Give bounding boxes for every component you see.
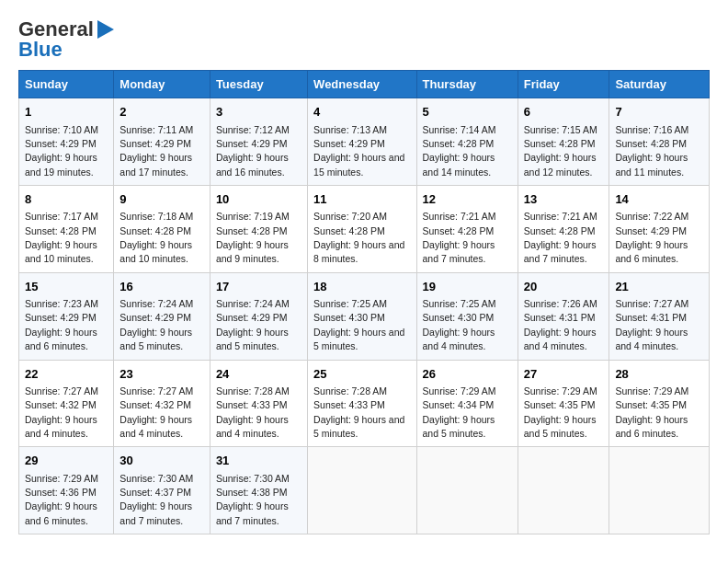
calendar-cell <box>609 447 710 534</box>
calendar-cell: 2Sunrise: 7:11 AM Sunset: 4:29 PM Daylig… <box>114 98 210 186</box>
day-number: 8 <box>25 191 108 208</box>
calendar-cell: 4Sunrise: 7:13 AM Sunset: 4:29 PM Daylig… <box>308 98 416 186</box>
calendar-cell: 27Sunrise: 7:29 AM Sunset: 4:35 PM Dayli… <box>518 360 609 447</box>
day-number: 5 <box>423 104 512 121</box>
day-info: Sunrise: 7:12 AM Sunset: 4:29 PM Dayligh… <box>216 124 290 178</box>
header-sunday: Sunday <box>19 71 114 98</box>
calendar-cell: 16Sunrise: 7:24 AM Sunset: 4:29 PM Dayli… <box>114 272 210 360</box>
day-number: 9 <box>119 191 204 208</box>
calendar-week-2: 8Sunrise: 7:17 AM Sunset: 4:28 PM Daylig… <box>19 186 710 273</box>
day-number: 16 <box>119 279 204 295</box>
day-info: Sunrise: 7:13 AM Sunset: 4:29 PM Dayligh… <box>313 124 404 178</box>
day-number: 1 <box>25 104 108 121</box>
header-thursday: Thursday <box>416 71 518 98</box>
calendar-cell: 5Sunrise: 7:14 AM Sunset: 4:28 PM Daylig… <box>416 98 518 186</box>
day-number: 26 <box>423 366 512 383</box>
day-info: Sunrise: 7:21 AM Sunset: 4:28 PM Dayligh… <box>423 211 496 264</box>
day-info: Sunrise: 7:16 AM Sunset: 4:28 PM Dayligh… <box>615 124 688 178</box>
calendar-cell: 12Sunrise: 7:21 AM Sunset: 4:28 PM Dayli… <box>416 186 518 273</box>
day-number: 22 <box>25 366 108 383</box>
calendar-cell: 10Sunrise: 7:19 AM Sunset: 4:28 PM Dayli… <box>210 186 307 273</box>
calendar-cell: 3Sunrise: 7:12 AM Sunset: 4:29 PM Daylig… <box>210 98 307 186</box>
day-info: Sunrise: 7:21 AM Sunset: 4:28 PM Dayligh… <box>524 211 597 264</box>
day-number: 12 <box>423 191 512 208</box>
calendar-cell: 19Sunrise: 7:25 AM Sunset: 4:30 PM Dayli… <box>416 272 518 360</box>
calendar-cell: 29Sunrise: 7:29 AM Sunset: 4:36 PM Dayli… <box>19 447 114 534</box>
day-info: Sunrise: 7:27 AM Sunset: 4:32 PM Dayligh… <box>119 385 193 439</box>
day-info: Sunrise: 7:24 AM Sunset: 4:29 PM Dayligh… <box>216 298 290 351</box>
calendar-cell: 23Sunrise: 7:27 AM Sunset: 4:32 PM Dayli… <box>114 360 210 447</box>
header-wednesday: Wednesday <box>308 71 416 98</box>
calendar-cell <box>416 447 518 534</box>
day-info: Sunrise: 7:19 AM Sunset: 4:28 PM Dayligh… <box>216 211 290 264</box>
calendar-cell: 17Sunrise: 7:24 AM Sunset: 4:29 PM Dayli… <box>210 272 307 360</box>
day-info: Sunrise: 7:29 AM Sunset: 4:35 PM Dayligh… <box>615 385 688 439</box>
calendar-cell: 14Sunrise: 7:22 AM Sunset: 4:29 PM Dayli… <box>609 186 710 273</box>
calendar-week-5: 29Sunrise: 7:29 AM Sunset: 4:36 PM Dayli… <box>19 447 710 534</box>
calendar-cell: 30Sunrise: 7:30 AM Sunset: 4:37 PM Dayli… <box>114 447 210 534</box>
day-number: 13 <box>524 191 604 208</box>
day-info: Sunrise: 7:15 AM Sunset: 4:28 PM Dayligh… <box>524 124 597 178</box>
day-info: Sunrise: 7:29 AM Sunset: 4:36 PM Dayligh… <box>25 473 98 526</box>
day-info: Sunrise: 7:28 AM Sunset: 4:33 PM Dayligh… <box>313 385 404 439</box>
calendar-cell: 7Sunrise: 7:16 AM Sunset: 4:28 PM Daylig… <box>609 98 710 186</box>
day-number: 6 <box>524 104 604 121</box>
calendar-week-3: 15Sunrise: 7:23 AM Sunset: 4:29 PM Dayli… <box>19 272 710 360</box>
day-number: 15 <box>25 279 108 295</box>
day-number: 23 <box>119 366 204 383</box>
header-tuesday: Tuesday <box>210 71 307 98</box>
calendar-table: SundayMondayTuesdayWednesdayThursdayFrid… <box>18 70 710 534</box>
day-info: Sunrise: 7:27 AM Sunset: 4:31 PM Dayligh… <box>615 298 688 351</box>
day-info: Sunrise: 7:18 AM Sunset: 4:28 PM Dayligh… <box>119 211 193 264</box>
calendar-cell: 25Sunrise: 7:28 AM Sunset: 4:33 PM Dayli… <box>308 360 416 447</box>
calendar-cell: 11Sunrise: 7:20 AM Sunset: 4:28 PM Dayli… <box>308 186 416 273</box>
header-monday: Monday <box>114 71 210 98</box>
day-number: 25 <box>313 366 410 383</box>
logo-arrow-icon <box>97 20 114 39</box>
day-info: Sunrise: 7:26 AM Sunset: 4:31 PM Dayligh… <box>524 298 597 351</box>
day-number: 7 <box>615 104 703 121</box>
day-number: 21 <box>615 279 703 295</box>
calendar-cell: 8Sunrise: 7:17 AM Sunset: 4:28 PM Daylig… <box>19 186 114 273</box>
calendar-cell: 18Sunrise: 7:25 AM Sunset: 4:30 PM Dayli… <box>308 272 416 360</box>
logo-text-blue: Blue <box>18 39 63 61</box>
day-number: 20 <box>524 279 604 295</box>
day-number: 24 <box>216 366 301 383</box>
calendar-cell: 24Sunrise: 7:28 AM Sunset: 4:33 PM Dayli… <box>210 360 307 447</box>
day-info: Sunrise: 7:14 AM Sunset: 4:28 PM Dayligh… <box>423 124 496 178</box>
calendar-cell: 9Sunrise: 7:18 AM Sunset: 4:28 PM Daylig… <box>114 186 210 273</box>
page-header: General Blue <box>18 18 710 61</box>
day-info: Sunrise: 7:25 AM Sunset: 4:30 PM Dayligh… <box>313 298 404 351</box>
day-info: Sunrise: 7:25 AM Sunset: 4:30 PM Dayligh… <box>423 298 496 351</box>
day-info: Sunrise: 7:28 AM Sunset: 4:33 PM Dayligh… <box>216 385 290 439</box>
day-number: 11 <box>313 191 410 208</box>
day-number: 10 <box>216 191 301 208</box>
day-info: Sunrise: 7:30 AM Sunset: 4:37 PM Dayligh… <box>119 473 193 526</box>
day-number: 29 <box>25 453 108 469</box>
day-info: Sunrise: 7:29 AM Sunset: 4:35 PM Dayligh… <box>524 385 597 439</box>
calendar-header-row: SundayMondayTuesdayWednesdayThursdayFrid… <box>19 71 710 98</box>
calendar-cell <box>518 447 609 534</box>
day-info: Sunrise: 7:29 AM Sunset: 4:34 PM Dayligh… <box>423 385 496 439</box>
day-number: 28 <box>615 366 703 383</box>
day-info: Sunrise: 7:30 AM Sunset: 4:38 PM Dayligh… <box>216 473 290 526</box>
day-number: 31 <box>216 453 301 469</box>
calendar-cell: 28Sunrise: 7:29 AM Sunset: 4:35 PM Dayli… <box>609 360 710 447</box>
calendar-week-1: 1Sunrise: 7:10 AM Sunset: 4:29 PM Daylig… <box>19 98 710 186</box>
calendar-cell: 22Sunrise: 7:27 AM Sunset: 4:32 PM Dayli… <box>19 360 114 447</box>
day-number: 14 <box>615 191 703 208</box>
day-info: Sunrise: 7:24 AM Sunset: 4:29 PM Dayligh… <box>119 298 193 351</box>
calendar-cell: 20Sunrise: 7:26 AM Sunset: 4:31 PM Dayli… <box>518 272 609 360</box>
logo: General Blue <box>18 18 114 61</box>
day-number: 19 <box>423 279 512 295</box>
day-info: Sunrise: 7:27 AM Sunset: 4:32 PM Dayligh… <box>25 385 98 439</box>
calendar-cell: 26Sunrise: 7:29 AM Sunset: 4:34 PM Dayli… <box>416 360 518 447</box>
calendar-cell: 21Sunrise: 7:27 AM Sunset: 4:31 PM Dayli… <box>609 272 710 360</box>
day-info: Sunrise: 7:23 AM Sunset: 4:29 PM Dayligh… <box>25 298 98 351</box>
calendar-cell <box>308 447 416 534</box>
calendar-cell: 1Sunrise: 7:10 AM Sunset: 4:29 PM Daylig… <box>19 98 114 186</box>
calendar-week-4: 22Sunrise: 7:27 AM Sunset: 4:32 PM Dayli… <box>19 360 710 447</box>
calendar-cell: 6Sunrise: 7:15 AM Sunset: 4:28 PM Daylig… <box>518 98 609 186</box>
day-info: Sunrise: 7:22 AM Sunset: 4:29 PM Dayligh… <box>615 211 688 264</box>
day-number: 3 <box>216 104 301 121</box>
